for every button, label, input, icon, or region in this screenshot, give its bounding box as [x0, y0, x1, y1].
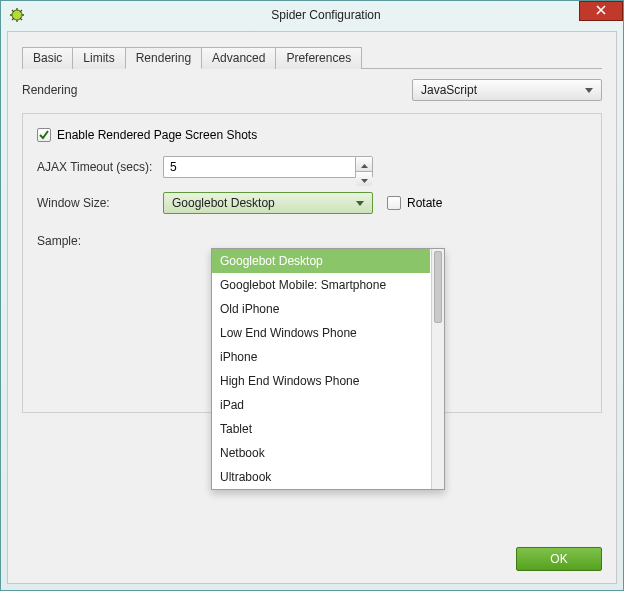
tab-basic[interactable]: Basic	[22, 47, 73, 69]
window-size-dropdown[interactable]: Googlebot Desktop	[163, 192, 373, 214]
tab-rendering[interactable]: Rendering	[125, 47, 202, 69]
dropdown-option[interactable]: High End Windows Phone	[212, 369, 430, 393]
dropdown-menu-list: Googlebot Desktop Googlebot Mobile: Smar…	[212, 249, 444, 489]
dropdown-menu-inner: Googlebot Desktop Googlebot Mobile: Smar…	[212, 249, 444, 489]
app-icon	[9, 7, 25, 23]
window-size-label: Window Size:	[37, 196, 163, 210]
dropdown-option[interactable]: iPhone	[212, 345, 430, 369]
enable-screenshots-checkbox[interactable]: Enable Rendered Page Screen Shots	[37, 128, 257, 142]
dropdown-option[interactable]: Netbook	[212, 441, 430, 465]
chevron-up-icon	[361, 157, 368, 171]
window-size-dropdown-menu: Googlebot Desktop Googlebot Mobile: Smar…	[211, 248, 445, 490]
dialog-footer: OK	[516, 547, 602, 571]
spinner-up-button[interactable]	[356, 157, 372, 171]
spinner-down-button[interactable]	[356, 171, 372, 186]
dialog-window: Spider Configuration Basic Limits Render…	[0, 0, 624, 591]
rotate-label: Rotate	[407, 196, 442, 210]
ok-button[interactable]: OK	[516, 547, 602, 571]
window-size-dropdown-value: Googlebot Desktop	[172, 196, 352, 210]
rendering-label: Rendering	[22, 83, 92, 97]
rendering-options-group: Enable Rendered Page Screen Shots AJAX T…	[22, 113, 602, 413]
tab-strip: Basic Limits Rendering Advanced Preferen…	[22, 46, 602, 69]
client-area: Basic Limits Rendering Advanced Preferen…	[7, 31, 617, 584]
window-size-row: Window Size: Googlebot Desktop Rotate	[37, 192, 587, 214]
rendering-dropdown[interactable]: JavaScript	[412, 79, 602, 101]
spinner-buttons	[355, 156, 373, 178]
scrollbar-thumb[interactable]	[434, 251, 442, 323]
enable-screenshots-label: Enable Rendered Page Screen Shots	[57, 128, 257, 142]
chevron-down-icon	[352, 201, 368, 206]
ok-button-label: OK	[550, 552, 567, 566]
dropdown-option[interactable]: Tablet	[212, 417, 430, 441]
titlebar: Spider Configuration	[1, 1, 623, 29]
ajax-timeout-input[interactable]	[163, 156, 355, 178]
close-button[interactable]	[579, 1, 623, 21]
ajax-timeout-row: AJAX Timeout (secs):	[37, 156, 587, 178]
tab-advanced[interactable]: Advanced	[201, 47, 276, 69]
dropdown-option[interactable]: iPad	[212, 393, 430, 417]
dropdown-option[interactable]: Googlebot Desktop	[212, 249, 430, 273]
rotate-checkbox[interactable]: Rotate	[387, 196, 442, 210]
rendering-dropdown-value: JavaScript	[421, 83, 581, 97]
dropdown-option[interactable]: Googlebot Mobile: Smartphone	[212, 273, 430, 297]
tab-limits[interactable]: Limits	[72, 47, 125, 69]
dropdown-scrollbar[interactable]	[431, 249, 444, 489]
checkbox-box	[387, 196, 401, 210]
dropdown-option[interactable]: Old iPhone	[212, 297, 430, 321]
checkbox-box	[37, 128, 51, 142]
chevron-down-icon	[361, 172, 368, 186]
ajax-timeout-spinner	[163, 156, 373, 178]
sample-label: Sample:	[37, 234, 163, 248]
ajax-timeout-label: AJAX Timeout (secs):	[37, 160, 163, 174]
rendering-row: Rendering JavaScript	[22, 79, 602, 101]
chevron-down-icon	[581, 88, 597, 93]
dropdown-option[interactable]: Ultrabook	[212, 465, 430, 489]
window-title: Spider Configuration	[33, 8, 619, 22]
sample-row: Sample:	[37, 228, 587, 248]
tab-preferences[interactable]: Preferences	[275, 47, 362, 69]
close-icon	[596, 4, 606, 18]
enable-screenshots-row: Enable Rendered Page Screen Shots	[37, 128, 587, 142]
dropdown-option[interactable]: Low End Windows Phone	[212, 321, 430, 345]
